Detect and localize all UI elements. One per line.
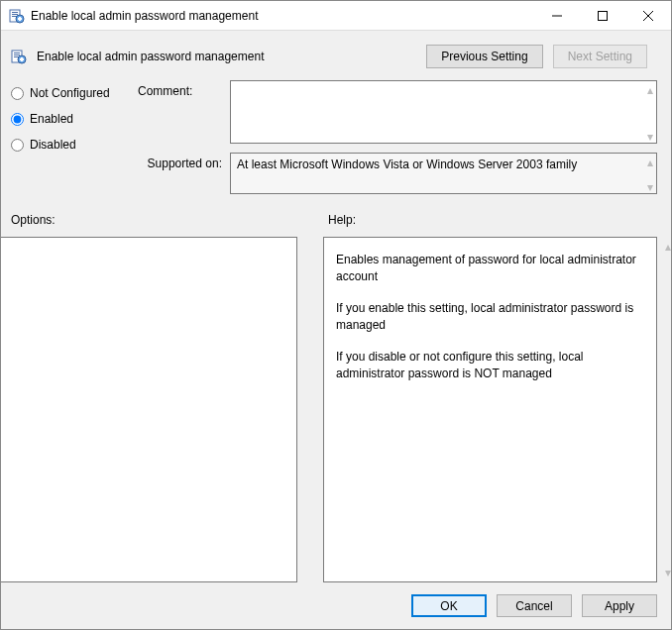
- lower-panes: Enables management of password for local…: [1, 231, 671, 582]
- supported-on-field: [230, 153, 657, 194]
- radio-enabled-label: Enabled: [30, 112, 73, 126]
- cancel-button[interactable]: Cancel: [497, 594, 572, 617]
- settings-grid: Not Configured Enabled Disabled Comment:…: [1, 78, 671, 207]
- radio-not-configured-input[interactable]: [11, 87, 24, 100]
- sub-header: Enable local admin password management P…: [1, 31, 671, 78]
- policy-icon: [9, 8, 25, 24]
- svg-rect-2: [12, 14, 18, 15]
- radio-disabled-label: Disabled: [30, 138, 76, 152]
- radio-disabled-input[interactable]: [11, 139, 24, 152]
- maximize-button[interactable]: [580, 1, 625, 30]
- minimize-icon: [552, 11, 562, 21]
- svg-rect-6: [18, 18, 22, 20]
- policy-title: Enable local admin password management: [37, 50, 416, 63]
- comment-label: Comment:: [138, 80, 222, 98]
- svg-rect-8: [599, 11, 608, 20]
- next-setting-button[interactable]: Next Setting: [553, 45, 647, 68]
- radio-not-configured[interactable]: Not Configured: [11, 86, 130, 100]
- radio-enabled[interactable]: Enabled: [11, 112, 130, 126]
- help-text: If you enable this setting, local admini…: [336, 300, 644, 335]
- radio-enabled-input[interactable]: [11, 113, 24, 126]
- svg-rect-13: [14, 54, 20, 55]
- apply-button[interactable]: Apply: [582, 594, 657, 617]
- svg-rect-17: [20, 58, 24, 60]
- title-bar: Enable local admin password management: [1, 1, 671, 31]
- help-text: Enables management of password for local…: [336, 252, 644, 286]
- svg-rect-12: [14, 52, 20, 53]
- options-pane[interactable]: [0, 237, 297, 582]
- state-radios: Not Configured Enabled Disabled: [11, 80, 130, 152]
- lower-headers: Options: Help:: [1, 207, 671, 231]
- radio-not-configured-label: Not Configured: [30, 86, 110, 100]
- close-icon: [643, 11, 653, 21]
- supported-label: Supported on:: [138, 153, 222, 170]
- help-pane[interactable]: Enables management of password for local…: [323, 237, 657, 582]
- scroll-hint: ▴▾: [665, 240, 671, 579]
- minimize-button[interactable]: [534, 1, 580, 30]
- maximize-icon: [598, 11, 608, 21]
- ok-button[interactable]: OK: [411, 594, 487, 617]
- previous-setting-button[interactable]: Previous Setting: [426, 45, 542, 68]
- window-title: Enable local admin password management: [31, 9, 534, 23]
- svg-rect-1: [12, 12, 18, 13]
- dialog-footer: OK Cancel Apply: [1, 582, 671, 629]
- policy-icon: [11, 49, 27, 64]
- help-label: Help:: [328, 213, 356, 227]
- help-text: If you disable or not configure this set…: [336, 349, 644, 383]
- comment-input[interactable]: [230, 80, 657, 144]
- close-button[interactable]: [625, 1, 671, 30]
- radio-disabled[interactable]: Disabled: [11, 138, 130, 152]
- options-label: Options:: [11, 213, 328, 227]
